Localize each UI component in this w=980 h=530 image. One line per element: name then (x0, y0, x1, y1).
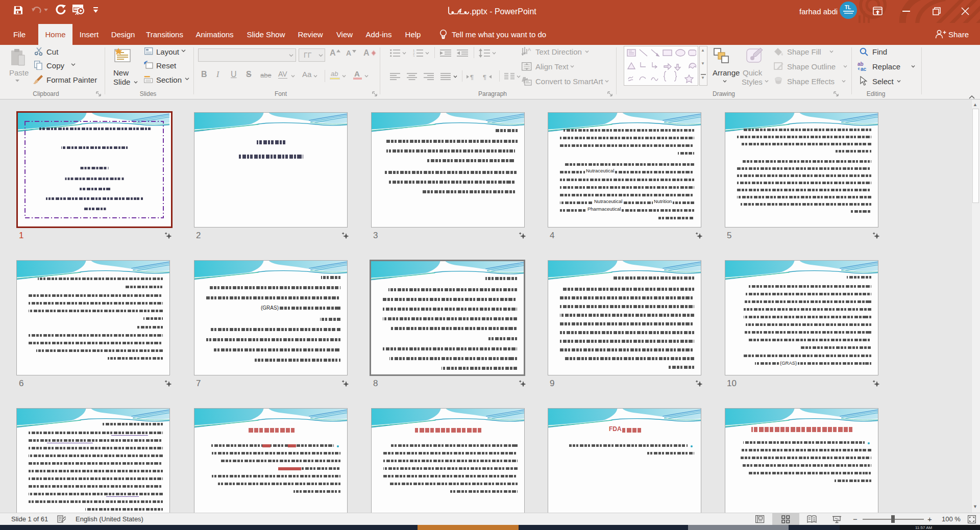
svg-text:¶: ¶ (483, 73, 486, 80)
svg-text:A: A (528, 47, 531, 52)
svg-text:¶: ¶ (470, 73, 474, 80)
svg-text:ac: ac (861, 66, 867, 71)
svg-text:3: 3 (413, 55, 415, 57)
